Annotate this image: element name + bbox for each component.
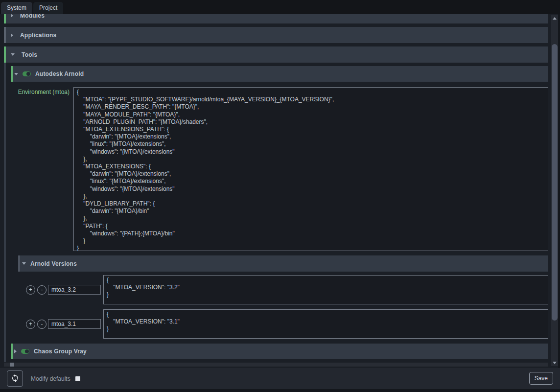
refresh-button[interactable] bbox=[7, 370, 23, 387]
section-tools-header[interactable]: Tools bbox=[4, 46, 548, 63]
settings-scrollpane: Modules Applications Tools bbox=[0, 14, 549, 362]
version-row-controls: + - bbox=[6, 309, 101, 339]
modules-state-bar bbox=[4, 14, 6, 23]
applications-state-bar bbox=[4, 27, 6, 43]
version-name-input[interactable] bbox=[48, 285, 101, 295]
section-applications-header[interactable]: Applications bbox=[4, 27, 548, 43]
vray-expander-icon[interactable] bbox=[14, 349, 17, 353]
section-tools: Tools bbox=[4, 46, 548, 63]
version-row-controls: + - bbox=[6, 275, 101, 304]
arnold-state-bar bbox=[11, 66, 13, 82]
tools-expander-icon[interactable] bbox=[11, 53, 15, 56]
refresh-icon bbox=[11, 373, 20, 384]
modify-defaults-label: Modify defaults bbox=[31, 375, 70, 382]
environment-label: Environment (mtoa) bbox=[6, 87, 70, 95]
remove-version-button[interactable]: - bbox=[37, 285, 47, 295]
horizontal-scrollbar-thumb[interactable] bbox=[10, 363, 14, 367]
environment-json-textarea[interactable]: { "MTOA": "{PYPE_STUDIO_SOFTWARE}/arnold… bbox=[73, 87, 548, 251]
arnold-environment-row: Environment (mtoa) { "MTOA": "{PYPE_STUD… bbox=[6, 87, 548, 251]
settings-window: System Project Modules Applications bbox=[0, 0, 560, 392]
modules-expander-icon[interactable] bbox=[11, 14, 13, 18]
modules-title: Modules bbox=[20, 14, 45, 19]
vray-section-header[interactable]: Chaos Group Vray bbox=[11, 344, 548, 359]
version-name-input[interactable] bbox=[48, 319, 101, 329]
tools-title: Tools bbox=[22, 51, 37, 58]
tab-project[interactable]: Project bbox=[33, 2, 63, 14]
versions-expander-icon[interactable] bbox=[22, 262, 26, 265]
settings-viewport: Modules Applications Tools bbox=[0, 14, 560, 368]
arnold-versions-header[interactable]: Arnold Versions bbox=[18, 255, 548, 272]
versions-title: Arnold Versions bbox=[30, 260, 77, 267]
versions-state-bar bbox=[18, 255, 20, 272]
arnold-section-header[interactable]: Autodesk Arnold bbox=[11, 66, 548, 82]
toggle-knob-icon bbox=[26, 72, 30, 76]
arnold-enabled-toggle[interactable] bbox=[23, 71, 31, 76]
add-version-button[interactable]: + bbox=[26, 320, 35, 329]
version-row: + - { "MTOA_VERSION": "3.2" } bbox=[6, 275, 548, 304]
arrow-down-icon bbox=[553, 362, 557, 364]
right-edge-gutter bbox=[558, 14, 560, 368]
section-modules-header[interactable]: Modules bbox=[4, 14, 548, 23]
section-modules: Modules bbox=[4, 14, 548, 23]
remove-version-button[interactable]: - bbox=[37, 320, 47, 329]
tab-bar: System Project bbox=[0, 0, 560, 14]
toggle-knob-icon bbox=[25, 349, 29, 353]
tab-system[interactable]: System bbox=[1, 2, 32, 14]
vray-state-bar bbox=[11, 344, 13, 359]
scroll-up-arrow[interactable] bbox=[551, 15, 558, 22]
version-row: + - { "MTOA_VERSION": "3.1" } bbox=[6, 309, 548, 339]
vertical-scrollbar-thumb[interactable] bbox=[552, 44, 558, 321]
vertical-scrollbar[interactable] bbox=[551, 15, 558, 366]
arnold-title: Autodesk Arnold bbox=[35, 70, 84, 77]
version-json-textarea[interactable]: { "MTOA_VERSION": "3.2" } bbox=[103, 275, 548, 304]
add-version-button[interactable]: + bbox=[26, 285, 35, 295]
vray-enabled-toggle[interactable] bbox=[21, 349, 29, 354]
horizontal-scrollbar[interactable] bbox=[4, 363, 548, 367]
modify-defaults-checkbox[interactable] bbox=[75, 376, 80, 381]
arnold-expander-icon[interactable] bbox=[14, 73, 18, 75]
vray-title: Chaos Group Vray bbox=[34, 348, 87, 355]
tools-body: Autodesk Arnold Environment (mtoa) { "MT… bbox=[4, 63, 548, 362]
applications-title: Applications bbox=[20, 32, 56, 39]
scroll-down-arrow[interactable] bbox=[551, 359, 558, 366]
version-json-textarea[interactable]: { "MTOA_VERSION": "3.1" } bbox=[103, 309, 548, 339]
save-button[interactable]: Save bbox=[529, 372, 553, 385]
footer-bar: Modify defaults Save bbox=[0, 368, 560, 392]
applications-expander-icon[interactable] bbox=[11, 33, 13, 37]
tools-state-bar bbox=[4, 46, 6, 63]
section-applications: Applications bbox=[4, 27, 548, 43]
arrow-up-icon bbox=[553, 17, 557, 20]
